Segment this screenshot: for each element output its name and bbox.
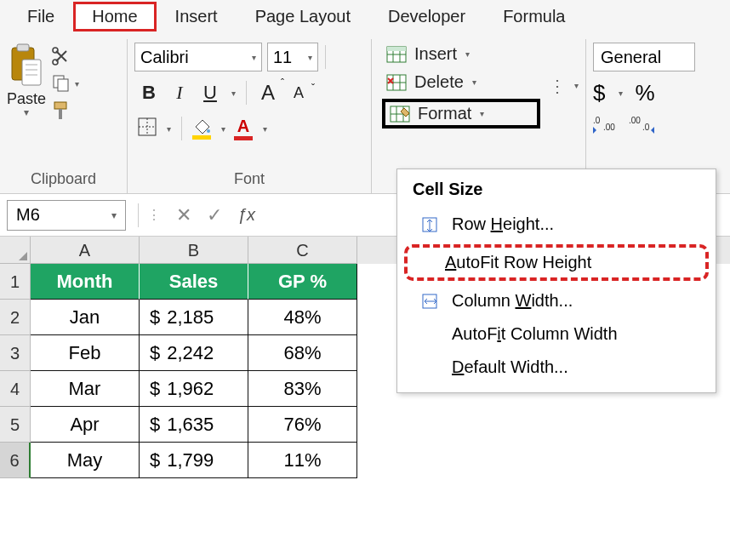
cell-sales[interactable]: $1,962 bbox=[140, 371, 248, 407]
row-header[interactable]: 3 bbox=[0, 335, 31, 371]
currency-symbol: $ bbox=[150, 378, 160, 400]
row-header[interactable]: 6 bbox=[0, 443, 31, 478]
chevron-down-icon: ▾ bbox=[308, 53, 312, 62]
font-name-select[interactable]: Calibri ▾ bbox=[134, 43, 262, 71]
enter-formula-button[interactable]: ✓ bbox=[207, 204, 222, 226]
bold-button[interactable]: B bbox=[138, 82, 160, 104]
ribbon-label-clipboard: Clipboard bbox=[7, 169, 120, 191]
row-header[interactable]: 1 bbox=[0, 264, 31, 300]
svg-text:.00: .00 bbox=[629, 116, 641, 125]
chevron-down-icon: ▾ bbox=[221, 124, 225, 134]
table-row: 6 May $1,799 11% bbox=[0, 443, 730, 478]
bucket-icon bbox=[192, 118, 211, 135]
font-name-value: Calibri bbox=[140, 48, 189, 67]
cancel-formula-button[interactable]: ✕ bbox=[176, 204, 191, 226]
cell-month[interactable]: Jan bbox=[31, 300, 140, 335]
svg-text:.00: .00 bbox=[603, 123, 615, 132]
percent-button[interactable]: % bbox=[635, 80, 654, 106]
column-width-icon bbox=[419, 292, 440, 311]
cells-format-button[interactable]: Format ▾ bbox=[382, 99, 540, 129]
paste-button[interactable]: Paste ▾ bbox=[7, 43, 46, 118]
font-size-select[interactable]: 11 ▾ bbox=[267, 43, 318, 71]
menu-formula[interactable]: Formula bbox=[484, 2, 584, 31]
cell-month[interactable]: Feb bbox=[31, 335, 140, 371]
underline-button[interactable]: U bbox=[199, 82, 221, 104]
menu-item-autofit-column-width[interactable]: AutoFit Column Width bbox=[397, 317, 716, 351]
col-header-a[interactable]: A bbox=[31, 237, 140, 264]
cells-insert-button[interactable]: Insert ▾ bbox=[382, 43, 540, 66]
decrease-decimal-button[interactable]: .00.0 bbox=[629, 115, 654, 139]
fx-button[interactable]: ƒx bbox=[237, 205, 255, 225]
increase-font-button[interactable]: A bbox=[257, 81, 279, 105]
cell-value: 1,962 bbox=[167, 378, 214, 400]
menu-developer[interactable]: Developer bbox=[369, 2, 484, 31]
cell-sales[interactable]: $2,242 bbox=[140, 335, 248, 371]
header-cell-sales[interactable]: Sales bbox=[140, 264, 248, 300]
select-all-corner[interactable] bbox=[0, 237, 31, 264]
borders-button[interactable] bbox=[138, 117, 157, 140]
menu-page-layout[interactable]: Page Layout bbox=[237, 2, 369, 31]
col-header-b[interactable]: B bbox=[140, 237, 248, 264]
paintbrush-icon bbox=[51, 100, 71, 121]
copy-icon bbox=[51, 73, 71, 94]
currency-symbol: $ bbox=[150, 306, 160, 329]
row-header[interactable]: 2 bbox=[0, 300, 31, 335]
svg-point-15 bbox=[207, 129, 210, 133]
fill-color-button[interactable] bbox=[192, 118, 211, 140]
menu-item-label: Row Height... bbox=[452, 214, 554, 234]
menubar: File Home Insert Page Layout Developer F… bbox=[0, 0, 730, 32]
menu-item-autofit-row-height[interactable]: AutoFit Row Height bbox=[404, 244, 709, 281]
cells-delete-button[interactable]: Delete ▾ bbox=[382, 71, 540, 94]
italic-button[interactable]: I bbox=[168, 82, 191, 104]
increase-decimal-button[interactable]: .0.00 bbox=[593, 115, 619, 139]
svg-rect-20 bbox=[387, 47, 406, 51]
cell-gp[interactable]: 48% bbox=[248, 300, 357, 335]
col-header-c[interactable]: C bbox=[248, 237, 357, 264]
more-options-button[interactable]: ⋮ bbox=[540, 76, 573, 96]
cut-button[interactable] bbox=[51, 46, 79, 66]
menu-insert[interactable]: Insert bbox=[157, 2, 237, 31]
separator bbox=[325, 45, 326, 69]
cell-gp[interactable]: 11% bbox=[248, 443, 357, 478]
cells-format-label: Format bbox=[418, 104, 471, 123]
svg-point-7 bbox=[53, 60, 58, 65]
menu-home[interactable]: Home bbox=[73, 2, 156, 31]
svg-point-6 bbox=[53, 48, 58, 53]
menu-item-column-width[interactable]: Column Width... bbox=[397, 284, 716, 317]
menu-file[interactable]: File bbox=[9, 2, 73, 31]
cell-month[interactable]: Apr bbox=[31, 407, 140, 443]
menu-item-default-width[interactable]: Default Width... bbox=[397, 351, 716, 384]
menu-item-label: AutoFit Row Height bbox=[445, 253, 591, 272]
chevron-down-icon: ▾ bbox=[231, 89, 236, 98]
number-format-select[interactable]: General bbox=[593, 43, 695, 71]
ribbon-label-font: Font bbox=[134, 169, 364, 191]
svg-rect-1 bbox=[17, 44, 29, 51]
table-row: 5 Apr $1,635 76% bbox=[0, 407, 730, 443]
row-header[interactable]: 4 bbox=[0, 371, 31, 407]
decrease-font-button[interactable]: A bbox=[288, 84, 310, 102]
cell-value: 2,185 bbox=[167, 306, 214, 329]
chevron-down-icon: ▾ bbox=[619, 89, 623, 98]
header-cell-gp[interactable]: GP % bbox=[248, 264, 357, 300]
cell-month[interactable]: Mar bbox=[31, 371, 140, 407]
fbar-dots: ⋮ bbox=[147, 207, 161, 223]
cell-month[interactable]: May bbox=[31, 443, 140, 478]
cell-sales[interactable]: $1,635 bbox=[140, 407, 248, 443]
chevron-down-icon: ▾ bbox=[465, 49, 470, 59]
menu-item-row-height[interactable]: Row Height... bbox=[397, 208, 716, 241]
row-height-icon bbox=[419, 215, 440, 234]
currency-button[interactable]: $ bbox=[593, 80, 605, 106]
cell-gp[interactable]: 68% bbox=[248, 335, 357, 371]
cell-sales[interactable]: $1,799 bbox=[140, 443, 248, 478]
name-box[interactable]: M6 ▾ bbox=[7, 200, 126, 231]
cell-sales[interactable]: $2,185 bbox=[140, 300, 248, 335]
paste-icon bbox=[9, 43, 44, 89]
header-cell-month[interactable]: Month bbox=[31, 264, 140, 300]
cell-gp[interactable]: 83% bbox=[248, 371, 357, 407]
cell-gp[interactable]: 76% bbox=[248, 407, 357, 443]
copy-button[interactable]: ▾ bbox=[51, 73, 79, 94]
ribbon-group-clipboard: Paste ▾ ▾ Clipboard bbox=[0, 39, 128, 193]
font-color-button[interactable]: A bbox=[234, 117, 253, 140]
row-header[interactable]: 5 bbox=[0, 407, 31, 443]
format-painter-button[interactable] bbox=[51, 100, 79, 121]
